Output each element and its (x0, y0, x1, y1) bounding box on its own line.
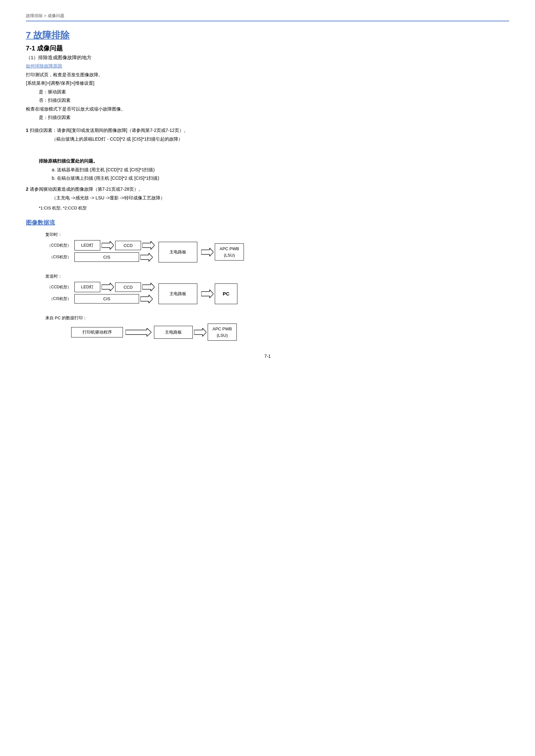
svg-marker-9 (194, 328, 206, 337)
diagram-copy-label: 复印时： (45, 232, 509, 237)
send-arrow-1 (101, 283, 114, 291)
footnote: *1:CIS 机型, *2:CCD 机型 (39, 205, 509, 211)
main-board-send: 主电路板 (158, 284, 197, 304)
diagram-copy: 复印时： （CCD机型） LED灯 CCD (45, 232, 509, 264)
apc-pwb-copy: APC PWB(LSU) (215, 243, 244, 260)
numbered-item-2: 2 请参阅驱动因素造成的图像故障（第7-21页或7-28页）。 （主充电 ->感… (26, 185, 509, 202)
send-led-box: LED灯 (74, 282, 100, 292)
breadcrumb: 故障排除 > 成像问题 (26, 13, 509, 21)
led-box: LED灯 (74, 240, 100, 251)
svg-marker-0 (101, 241, 114, 250)
line-5: 检查在缩放模式下是否可以放大或缩小故障图像。 (26, 105, 509, 113)
diagram-send-ccd-row: （CCD机型） LED灯 CCD (45, 282, 156, 292)
item1-sub-b: b. 在稿台玻璃上扫描 (用主机 [CCD]*2 或 [CIS]*1扫描) (52, 175, 509, 182)
print-long-arrow (126, 328, 152, 337)
diagram-copy-ccd-row: （CCD机型） LED灯 CCD (45, 240, 156, 251)
apc-pwb-print: APC PWB(LSU) (208, 324, 237, 341)
print-driver-box: 打印机驱动程序 (71, 327, 123, 338)
send-ccd-side-label: （CCD机型） (45, 284, 71, 290)
chapter-title: 7 故障排除 (26, 29, 509, 41)
pc-box: PC (215, 284, 238, 304)
item1-text: 扫描仪因素：请参阅[复印或发送期间的图像故障]（请参阅第7-2页或7-12页）。 (30, 128, 188, 133)
ccd-side-label: （CCD机型） (45, 243, 71, 248)
diagram-send-cis-row: （CIS机型） CIS (45, 294, 156, 304)
send-arrow-2 (142, 283, 155, 291)
diagram-print-label: 来自 PC 的数据打印： (45, 315, 509, 321)
diagram-copy-cis-row: （CIS机型） CIS (45, 253, 156, 262)
svg-marker-4 (101, 283, 114, 291)
subsection-title: （1）排除造成图像故障的地方 (26, 55, 509, 61)
svg-marker-8 (126, 328, 152, 337)
send-arrow-to-pc (201, 290, 213, 298)
line-4: 否：扫描仪因素 (39, 97, 509, 104)
print-arrow-to-apc (194, 328, 206, 337)
arrow-to-apc (201, 248, 213, 256)
line-2: [系统菜单]>[调整/保养]>[维修设置] (26, 79, 509, 87)
item1-number: 1 (26, 128, 28, 133)
cis-side-label: （CIS机型） (45, 255, 71, 260)
diagram-send: 发送时： （CCD机型） LED灯 CCD (45, 273, 509, 306)
item2-text: 请参阅驱动因素造成的图像故障（第7-21页或7-28页）。 (30, 186, 143, 192)
item1-bold-header: 排除原稿扫描位置处的问题。 (39, 157, 509, 165)
arrow-2 (142, 241, 155, 250)
arrow-1 (101, 241, 114, 250)
svg-marker-7 (201, 290, 213, 298)
main-board-copy: 主电路板 (158, 242, 197, 262)
cis-box: CIS (74, 253, 139, 262)
send-cis-box: CIS (74, 294, 139, 304)
line-1: 打印测试页，检查是否发生图像故障。 (26, 71, 509, 78)
line-3: 是：驱动因素 (39, 88, 509, 95)
section-title: 7-1 成像问题 (26, 44, 509, 53)
diagram-send-label: 发送时： (45, 273, 509, 279)
item1-subtext: （稿台玻璃上的原稿LED灯 - CCD]*2 或 [CIS]*1扫描引起的故障） (52, 135, 509, 143)
item1-sub-a: a. 送稿器单面扫描 (用主机 [CCD]*2 或 [CIS]*1扫描) (52, 166, 509, 173)
line-6: 是：扫描仪因素 (39, 114, 509, 121)
main-board-print: 主电路板 (154, 326, 193, 339)
send-ccd-box: CCD (115, 283, 141, 292)
send-arrow-cis (140, 295, 153, 303)
page-number: 7-1 (26, 354, 509, 359)
svg-marker-5 (142, 283, 155, 291)
svg-marker-6 (140, 295, 153, 303)
arrow-cis (140, 253, 153, 261)
item2-subtext: （主充电 ->感光鼓 -> LSU ->显影 ->转印成像工艺故障） (52, 194, 509, 202)
svg-marker-1 (142, 241, 155, 250)
send-cis-side-label: （CIS机型） (45, 296, 71, 302)
diagram-print: 来自 PC 的数据打印： 打印机驱动程序 主电路板 APC PWB(LSU) (45, 315, 509, 341)
svg-marker-3 (201, 248, 213, 256)
diagram-section-title: 图像数据流 (26, 219, 509, 227)
ccd-box: CCD (115, 241, 141, 250)
svg-marker-2 (140, 253, 153, 261)
numbered-item-1: 1 扫描仪因素：请参阅[复印或发送期间的图像故障]（请参阅第7-2页或7-12页… (26, 127, 509, 182)
troubleshoot-link[interactable]: 如何排除故障原因 (26, 63, 509, 69)
item2-number: 2 (26, 186, 28, 192)
